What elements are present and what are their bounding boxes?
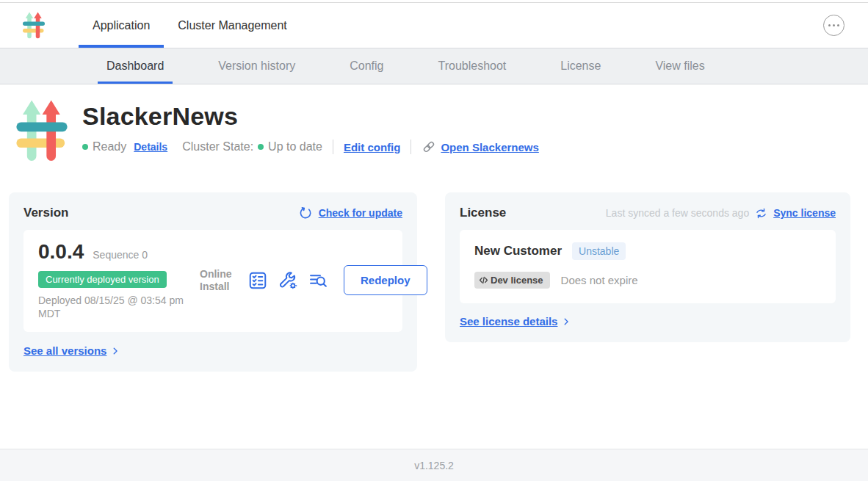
admin-console-version: v1.125.2 (414, 460, 454, 471)
version-card: Version Check for update 0.0.4 Sequ (9, 192, 417, 372)
license-card: License Last synced a few seconds ago Sy… (445, 192, 850, 342)
version-card-title: Version (23, 206, 68, 220)
subnav-tab-view-files[interactable]: View files (646, 48, 713, 84)
license-details-box: New Customer Unstable Dev license Does n… (460, 230, 836, 303)
tab-cluster-management[interactable]: Cluster Management (164, 3, 301, 48)
config-wrench-gear-icon[interactable] (278, 270, 298, 291)
slackernews-arrows-logo (22, 11, 46, 40)
version-sequence: Sequence 0 (93, 249, 148, 261)
sync-license-link[interactable]: Sync license (773, 207, 836, 219)
deploy-logs-icon[interactable] (308, 270, 328, 291)
chain-link-icon (422, 140, 436, 154)
slackernews-arrows-logo (15, 98, 69, 164)
code-icon (479, 275, 488, 285)
subnav-tab-license[interactable]: License (551, 48, 610, 84)
see-license-details-link[interactable]: See license details (460, 315, 557, 328)
license-type-label: Dev license (491, 275, 543, 286)
check-for-update-link[interactable]: Check for update (319, 207, 402, 219)
subnav-tab-dashboard[interactable]: Dashboard (98, 48, 173, 84)
app-ready-status-dot (82, 144, 88, 150)
edit-config-link[interactable]: Edit config (344, 141, 401, 153)
version-number: 0.0.4 (38, 240, 84, 264)
subnav-license-label: License (560, 59, 601, 73)
tab-cluster-management-label: Cluster Management (178, 19, 287, 32)
app-status-row: Ready Details Cluster State: Up to date … (82, 140, 539, 154)
top-navigation-bar: Application Cluster Management (0, 3, 868, 48)
app-status-label: Ready (93, 140, 126, 153)
page-title: SlackerNews (82, 102, 539, 131)
subnav-config-label: Config (350, 59, 383, 73)
deployed-timestamp: Deployed 08/15/25 @ 03:54 pm MDT (38, 294, 189, 320)
channel-badge: Unstable (572, 242, 626, 260)
current-version-box: 0.0.4 Sequence 0 Currently deployed vers… (23, 230, 402, 332)
subnav-troubleshoot-label: Troubleshoot (438, 59, 506, 73)
install-type-label: Online Install (200, 268, 238, 293)
chevron-right-icon (561, 317, 571, 327)
subnav-tab-config[interactable]: Config (341, 48, 392, 84)
main-content: SlackerNews Ready Details Cluster State:… (0, 84, 868, 449)
tab-application-label: Application (93, 19, 150, 32)
cluster-state-dot (258, 144, 264, 150)
license-type-badge: Dev license (474, 272, 550, 289)
see-all-versions-link[interactable]: See all versions (23, 344, 106, 357)
last-synced-note: Last synced a few seconds ago (606, 207, 749, 219)
app-logo-large (15, 98, 69, 167)
subnav-tab-troubleshoot[interactable]: Troubleshoot (429, 48, 515, 84)
currently-deployed-badge: Currently deployed version (38, 271, 167, 288)
divider (411, 140, 411, 154)
subnav-version-history-label: Version history (218, 59, 295, 73)
license-card-title: License (460, 206, 506, 220)
redeploy-button[interactable]: Redeploy (344, 265, 427, 295)
status-details-link[interactable]: Details (134, 141, 167, 153)
app-sub-navigation: Dashboard Version history Config Trouble… (0, 48, 868, 84)
cluster-state-label: Cluster State: (182, 140, 253, 153)
license-expiry: Does not expire (561, 274, 638, 286)
divider (333, 140, 333, 154)
customer-name: New Customer (474, 244, 562, 258)
app-logo-small (22, 11, 46, 40)
preflight-checklist-icon[interactable] (247, 270, 268, 291)
app-header: SlackerNews Ready Details Cluster State:… (0, 84, 868, 167)
subnav-view-files-label: View files (655, 59, 704, 73)
subnav-tab-version-history[interactable]: Version history (209, 48, 304, 84)
open-app-link[interactable]: Open Slackernews (441, 141, 538, 153)
ellipsis-menu-icon[interactable] (823, 15, 845, 36)
tab-application[interactable]: Application (79, 3, 164, 48)
chevron-right-icon (110, 346, 120, 356)
cluster-state-value: Up to date (268, 140, 322, 153)
refresh-icon (298, 206, 313, 220)
app-footer: v1.125.2 (0, 449, 868, 481)
sync-arrows-icon (755, 207, 767, 220)
subnav-dashboard-label: Dashboard (106, 59, 164, 73)
dashboard-cards: Version Check for update 0.0.4 Sequ (0, 167, 868, 372)
